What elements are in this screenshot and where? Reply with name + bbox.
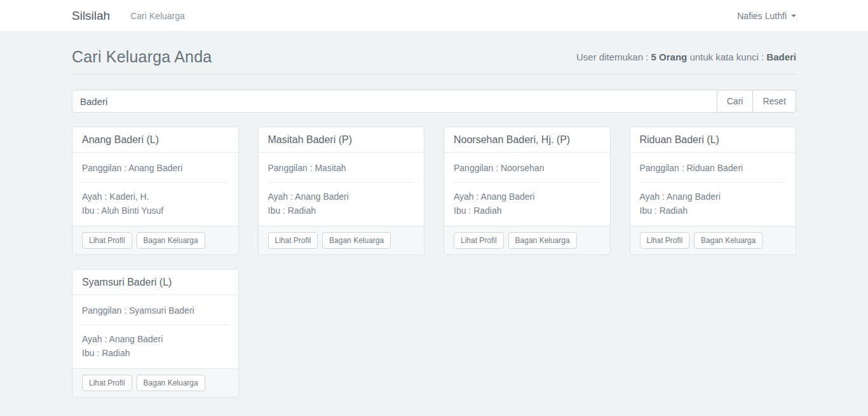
main-content: Cari Keluarga Anda User ditemukan : 5 Or… bbox=[0, 32, 868, 416]
page-header: Cari Keluarga Anda User ditemukan : 5 Or… bbox=[72, 32, 796, 74]
search-input[interactable] bbox=[72, 90, 717, 113]
person-card-body: Panggilan : Riduan Baderi Ayah : Anang B… bbox=[630, 153, 796, 226]
bagan-keluarga-button[interactable]: Bagan Keluarga bbox=[508, 232, 577, 249]
search-form: Cari Reset bbox=[72, 90, 796, 113]
divider bbox=[268, 182, 415, 183]
bagan-keluarga-button[interactable]: Bagan Keluarga bbox=[694, 232, 763, 249]
nav-item-cari-keluarga[interactable]: Cari Keluarga bbox=[130, 11, 185, 21]
divider bbox=[640, 182, 787, 183]
person-card-body: Panggilan : Syamsuri Baderi Ayah : Anang… bbox=[72, 295, 238, 368]
person-card: Anang Baderi (L) Panggilan : Anang Bader… bbox=[72, 127, 239, 255]
person-mother: Ibu : Radiah bbox=[268, 204, 415, 218]
results-grid: Anang Baderi (L) Panggilan : Anang Bader… bbox=[72, 127, 796, 416]
person-father: Ayah : Anang Baderi bbox=[454, 190, 600, 204]
bagan-keluarga-button[interactable]: Bagan Keluarga bbox=[137, 375, 205, 391]
person-card-footer: Lihat Profil Bagan Keluarga bbox=[72, 368, 238, 397]
lihat-profil-button[interactable]: Lihat Profil bbox=[82, 232, 132, 249]
person-father: Ayah : Anang Baderi bbox=[640, 190, 787, 204]
caret-down-icon bbox=[791, 15, 796, 17]
bagan-keluarga-button[interactable]: Bagan Keluarga bbox=[322, 232, 391, 249]
summary-keyword: Baderi bbox=[766, 52, 796, 62]
person-mother: Ibu : Radiah bbox=[82, 346, 229, 360]
person-father: Ayah : Anang Baderi bbox=[268, 190, 415, 204]
person-nickname: Panggilan : Noorsehan bbox=[454, 161, 600, 175]
lihat-profil-button[interactable]: Lihat Profil bbox=[454, 232, 504, 249]
person-card-title: Syamsuri Baderi (L) bbox=[72, 270, 238, 295]
divider bbox=[82, 182, 229, 183]
person-card-footer: Lihat Profil Bagan Keluarga bbox=[444, 226, 610, 254]
reset-button[interactable]: Reset bbox=[752, 90, 796, 113]
person-mother: Ibu : Aluh Binti Yusuf bbox=[82, 204, 229, 218]
user-menu-label: Nafies Luthfi bbox=[737, 11, 787, 21]
person-card-title: Anang Baderi (L) bbox=[72, 127, 238, 153]
person-card-body: Panggilan : Masitah Ayah : Anang Baderi … bbox=[259, 153, 424, 226]
person-card-body: Panggilan : Noorsehan Ayah : Anang Bader… bbox=[444, 153, 610, 226]
person-nickname: Panggilan : Syamsuri Baderi bbox=[82, 303, 229, 317]
person-card: Noorsehan Baderi, Hj. (P) Panggilan : No… bbox=[444, 127, 611, 255]
cari-button[interactable]: Cari bbox=[717, 90, 754, 113]
summary-count: 5 Orang bbox=[651, 52, 688, 62]
person-mother: Ibu : Radiah bbox=[454, 204, 600, 218]
search-result-summary: User ditemukan : 5 Orang untuk kata kunc… bbox=[576, 52, 796, 62]
bagan-keluarga-button[interactable]: Bagan Keluarga bbox=[137, 232, 205, 249]
person-card-body: Panggilan : Anang Baderi Ayah : Kaderi, … bbox=[72, 153, 238, 226]
person-card-title: Riduan Baderi (L) bbox=[630, 127, 796, 153]
person-card-footer: Lihat Profil Bagan Keluarga bbox=[72, 226, 238, 254]
brand-logo[interactable]: Silsilah bbox=[72, 9, 110, 23]
person-card-footer: Lihat Profil Bagan Keluarga bbox=[630, 226, 796, 254]
summary-middle: untuk kata kunci : bbox=[687, 52, 766, 62]
summary-prefix: User ditemukan : bbox=[576, 52, 651, 62]
person-card: Syamsuri Baderi (L) Panggilan : Syamsuri… bbox=[72, 269, 239, 398]
lihat-profil-button[interactable]: Lihat Profil bbox=[268, 232, 318, 249]
person-card-title: Masitah Baderi (P) bbox=[259, 127, 424, 153]
person-card-title: Noorsehan Baderi, Hj. (P) bbox=[444, 127, 610, 153]
navbar: Silsilah Cari Keluarga Nafies Luthfi bbox=[0, 0, 868, 32]
divider bbox=[454, 182, 600, 183]
person-card: Riduan Baderi (L) Panggilan : Riduan Bad… bbox=[630, 127, 797, 255]
lihat-profil-button[interactable]: Lihat Profil bbox=[82, 375, 132, 391]
divider bbox=[82, 324, 229, 325]
person-card-footer: Lihat Profil Bagan Keluarga bbox=[259, 226, 424, 254]
person-father: Ayah : Kaderi, H. bbox=[82, 190, 229, 204]
page-title: Cari Keluarga Anda bbox=[72, 48, 212, 66]
lihat-profil-button[interactable]: Lihat Profil bbox=[640, 232, 690, 249]
person-mother: Ibu : Radiah bbox=[640, 204, 787, 218]
person-father: Ayah : Anang Baderi bbox=[82, 332, 229, 346]
person-card: Masitah Baderi (P) Panggilan : Masitah A… bbox=[258, 127, 425, 255]
user-menu-dropdown[interactable]: Nafies Luthfi bbox=[737, 11, 796, 21]
person-nickname: Panggilan : Masitah bbox=[268, 161, 415, 175]
person-nickname: Panggilan : Riduan Baderi bbox=[640, 161, 787, 175]
person-nickname: Panggilan : Anang Baderi bbox=[82, 161, 229, 175]
